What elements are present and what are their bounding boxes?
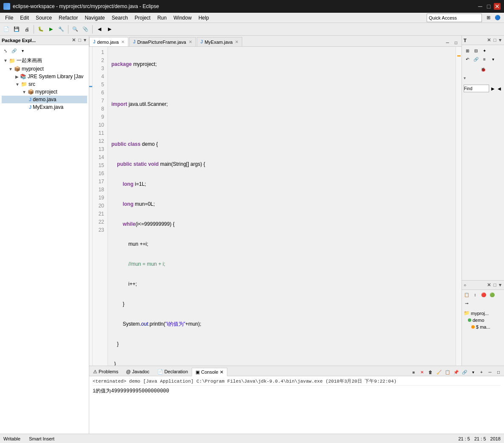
menu-help[interactable]: Help xyxy=(195,14,212,22)
maximize-button[interactable]: □ xyxy=(485,3,492,10)
txt-plus-mun: +mun); xyxy=(185,320,201,328)
console-clear-btn[interactable]: 🧹 xyxy=(435,368,443,376)
code-content[interactable]: package myproject; import java.util.Scan… xyxy=(108,47,456,366)
right-top-menu[interactable]: ▾ xyxy=(498,37,502,43)
toolbar-search[interactable]: 🔍 xyxy=(71,25,80,34)
pe-minimize-btn[interactable]: ✕ xyxy=(71,37,76,43)
right-top-close[interactable]: ✕ xyxy=(486,37,492,43)
db-btn-2[interactable]: ↕ xyxy=(471,291,479,298)
rt-btn-1[interactable]: ⊞ xyxy=(464,47,471,54)
find-input[interactable] xyxy=(464,85,489,92)
tree-item-package[interactable]: ▼ 📦 myproject xyxy=(2,88,87,96)
console-btn5[interactable]: 📋 xyxy=(444,368,451,376)
rt-btn-8[interactable]: 🐞 xyxy=(464,65,502,73)
tab-close-draw[interactable]: ✕ xyxy=(189,40,192,44)
debug-max[interactable]: □ xyxy=(493,282,497,288)
toolbar-perspective-btn[interactable]: ⊞ xyxy=(484,13,493,23)
rt-btn-4[interactable]: ↶ xyxy=(464,55,471,63)
rt-btn-7[interactable]: ▾ xyxy=(489,55,497,63)
tree-item-myexam[interactable]: J MyExam.java xyxy=(2,103,87,111)
tree-item-root[interactable]: ▼ 📁 一起来画画 xyxy=(2,56,87,65)
rt-btn-2[interactable]: ⊟ xyxy=(472,47,480,54)
db-btn-4[interactable]: 🟢 xyxy=(488,291,496,298)
menu-edit[interactable]: Edit xyxy=(17,14,32,22)
pe-filter-btn[interactable]: ▾ xyxy=(19,47,26,54)
find-next-btn[interactable]: ▶ xyxy=(490,85,496,92)
console-remove-btn[interactable]: 🗑 xyxy=(427,368,434,376)
tree-item-myproject[interactable]: ▼ 📦 myproject xyxy=(2,65,87,73)
code-line-14: System.out.println("i的值为"+mun); xyxy=(111,320,452,328)
tree-item-src[interactable]: ▼ 📁 src xyxy=(2,80,87,88)
tab-close-demo[interactable]: ✕ xyxy=(121,40,125,44)
tab-close-myexam[interactable]: ✕ xyxy=(235,40,238,44)
menu-window[interactable]: Window xyxy=(170,14,195,22)
find-prev-btn[interactable]: ◀ xyxy=(497,85,503,92)
pe-menu-btn[interactable]: ▾ xyxy=(83,37,87,43)
console-content: <terminated> demo [Java Application] C:\… xyxy=(89,376,504,434)
console-minimize[interactable]: ─ xyxy=(486,368,494,376)
pe-link-btn[interactable]: 🔗 xyxy=(10,47,18,54)
console-btn6[interactable]: 📌 xyxy=(452,368,460,376)
menu-project[interactable]: Project xyxy=(131,14,154,22)
menu-navigate[interactable]: Navigate xyxy=(81,14,108,22)
console-btn8[interactable]: ▾ xyxy=(469,368,477,376)
debug-item-myproj[interactable]: 📁 myproj... xyxy=(464,310,502,317)
db-btn-5[interactable]: ⊸ xyxy=(463,299,470,307)
tree-item-demo-java[interactable]: J demo.java xyxy=(2,96,87,103)
line-num-20: 20 xyxy=(94,202,104,210)
bottom-tab-javadoc[interactable]: @ Javadoc xyxy=(122,367,153,376)
quick-access-input[interactable] xyxy=(427,14,482,22)
debug-menu[interactable]: ▾ xyxy=(498,282,502,288)
minimize-button[interactable]: ─ xyxy=(477,3,484,10)
toolbar-ext-tools[interactable]: 🔧 xyxy=(57,25,66,34)
tab-demo-java[interactable]: J demo.java ✕ xyxy=(89,37,128,47)
toolbar-open-perspective[interactable]: 🔵 xyxy=(493,13,502,23)
tab-icon-myexam: J xyxy=(201,40,203,44)
kw-public-2: public xyxy=(117,160,132,168)
console-terminate-btn[interactable]: ✕ xyxy=(418,368,426,376)
console-btn7[interactable]: 🔗 xyxy=(461,368,468,376)
console-stop-btn[interactable]: ■ xyxy=(410,368,417,376)
toolbar-new[interactable]: 📄 xyxy=(2,25,11,34)
close-button[interactable]: ✕ xyxy=(494,3,501,10)
toolbar-save[interactable]: 💾 xyxy=(12,25,21,34)
rt-btn-5[interactable]: 🔗 xyxy=(472,55,480,63)
window-title: eclipse-workspace - myproject/src/myproj… xyxy=(13,3,159,9)
debug-item-demo[interactable]: demo xyxy=(464,317,502,324)
toolbar-run[interactable]: ▶ xyxy=(46,25,56,34)
toolbar-print[interactable]: 🖨 xyxy=(22,25,31,34)
tab-myexam[interactable]: J MyExam.java ✕ xyxy=(197,37,243,46)
toolbar-debug[interactable]: 🐛 xyxy=(36,25,45,34)
bottom-tab-problems[interactable]: ⚠ Problems xyxy=(89,367,122,376)
bottom-tab-console[interactable]: ▣ Console ✕ xyxy=(192,368,227,376)
line-num-2: 2 xyxy=(94,57,104,65)
pe-collapse-btn[interactable]: ⤣ xyxy=(2,47,9,54)
menu-refactor[interactable]: Refactor xyxy=(55,14,81,22)
debug-close[interactable]: ✕ xyxy=(486,282,492,288)
menu-source[interactable]: Source xyxy=(32,14,55,22)
line-num-6: 6 xyxy=(94,89,104,97)
db-btn-1[interactable]: 📋 xyxy=(463,291,470,298)
toolbar-back[interactable]: ◀ xyxy=(95,25,104,34)
menu-file[interactable]: File xyxy=(2,14,17,22)
menu-run[interactable]: Run xyxy=(154,14,170,22)
bottom-tab-declaration[interactable]: 📄 Declaration xyxy=(153,367,192,376)
line-num-19: 19 xyxy=(94,194,104,202)
tab-maximize-btn[interactable]: □ xyxy=(452,39,460,46)
toolbar-fwd[interactable]: ▶ xyxy=(105,25,114,34)
tab-minimize-btn[interactable]: ─ xyxy=(444,39,451,46)
line-num-5: 5 xyxy=(94,81,104,89)
tree-item-jre[interactable]: ▶ 📚 JRE System Library [Jav xyxy=(2,73,87,80)
toolbar-ref[interactable]: 📎 xyxy=(81,25,90,34)
rt-btn-3[interactable]: ✦ xyxy=(481,47,488,54)
console-maximize[interactable]: □ xyxy=(495,368,502,376)
tab-drawpicture[interactable]: J DrawPictureFrame.java ✕ xyxy=(129,37,195,46)
debug-item-main[interactable]: $ ma... xyxy=(464,324,502,330)
rt-btn-6[interactable]: ≡ xyxy=(481,55,488,63)
pe-maximize-btn[interactable]: □ xyxy=(77,37,82,43)
db-btn-3[interactable]: 🔴 xyxy=(480,291,487,298)
console-close[interactable]: ✕ xyxy=(220,369,224,375)
console-new-btn[interactable]: + xyxy=(478,368,485,376)
menu-search[interactable]: Search xyxy=(108,14,131,22)
right-top-max[interactable]: □ xyxy=(493,37,497,43)
